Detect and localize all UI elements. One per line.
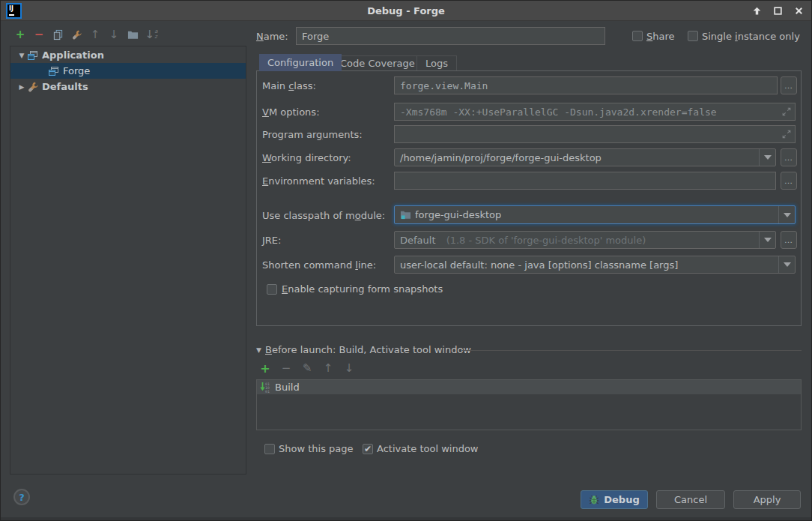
move-up-icon: ↑ <box>91 28 100 41</box>
before-launch-toolbar: + − ✎ ↑ ↓ <box>258 361 357 375</box>
debug-bug-icon <box>589 495 599 505</box>
remove-icon: − <box>282 361 291 375</box>
move-down-icon: ↓ <box>345 361 354 375</box>
apply-button[interactable]: Apply <box>733 490 801 509</box>
copy-configuration-button[interactable] <box>50 28 65 41</box>
activate-tool-window-label[interactable]: Activate tool window <box>377 443 478 454</box>
name-label: Name: <box>256 31 288 42</box>
share-checkbox[interactable] <box>632 31 643 41</box>
remove-configuration-button[interactable]: − <box>31 28 46 41</box>
move-up-button[interactable]: ↑ <box>88 28 103 41</box>
section-divider <box>462 350 802 351</box>
share-label[interactable]: Share <box>646 31 675 42</box>
edit-task-button[interactable]: ✎ <box>300 361 315 375</box>
add-icon: + <box>260 361 270 376</box>
name-input[interactable] <box>296 27 605 45</box>
debug-button[interactable]: Debug <box>581 490 648 509</box>
tree-item-forge[interactable]: Forge <box>10 63 246 79</box>
move-down-button[interactable]: ↓ <box>106 28 121 41</box>
intellij-logo-icon: IJ <box>6 3 22 19</box>
configuration-tab-panel <box>256 70 802 326</box>
copy-icon <box>52 29 64 40</box>
single-instance-label[interactable]: Single instance only <box>702 31 800 42</box>
sort-configurations-button[interactable]: ↓ az <box>144 28 159 41</box>
svg-text:01: 01 <box>265 390 270 394</box>
collapse-section-icon[interactable]: ▼ <box>256 346 261 354</box>
sort-az-icon: az <box>154 29 157 40</box>
move-up-icon: ↑ <box>324 361 333 375</box>
configurations-tree: ▼ Application Forge ▶ Defaults <box>10 46 246 475</box>
build-icon: 011001 <box>260 382 272 394</box>
create-folder-button[interactable] <box>125 28 140 41</box>
before-launch-header[interactable]: Before launch: Build, Activate tool wind… <box>265 344 471 355</box>
edit-templates-button[interactable] <box>69 28 84 41</box>
window-bottom-edge <box>1 517 811 520</box>
tree-item-application[interactable]: ▼ Application <box>10 47 246 63</box>
help-button[interactable]: ? <box>13 489 30 505</box>
activate-tool-window-checkbox[interactable]: ✔ <box>363 444 373 454</box>
maximize-window-button[interactable] <box>772 6 783 16</box>
show-this-page-label[interactable]: Show this page <box>279 443 354 454</box>
title-bar: Debug - Forge <box>1 1 811 21</box>
debug-configuration-dialog: Debug - Forge IJ + − ↑ ↓ ↓ az <box>0 0 812 521</box>
tab-code-coverage[interactable]: Code Coverage <box>331 55 424 71</box>
remove-task-button[interactable]: − <box>279 361 294 375</box>
tree-collapsed-icon[interactable]: ▶ <box>16 83 27 91</box>
window-title: Debug - Forge <box>1 1 811 21</box>
remove-icon: − <box>34 28 44 41</box>
add-icon: + <box>16 28 25 41</box>
add-configuration-button[interactable]: + <box>13 28 28 41</box>
move-task-down-button[interactable]: ↓ <box>342 361 357 375</box>
wrench-icon <box>71 29 82 40</box>
application-icon <box>48 65 60 77</box>
move-down-icon: ↓ <box>109 28 119 41</box>
pencil-icon: ✎ <box>303 361 312 375</box>
before-launch-task-list: 011001 Build <box>256 379 802 430</box>
rollup-window-button[interactable] <box>751 6 762 16</box>
sort-arrow-icon: ↓ <box>145 28 155 41</box>
tree-item-label: Forge <box>63 65 90 76</box>
show-this-page-checkbox[interactable] <box>264 444 275 454</box>
maximize-icon <box>773 6 783 16</box>
folder-icon <box>127 29 139 40</box>
task-row-build[interactable]: 011001 Build <box>257 380 801 394</box>
wrench-icon <box>27 81 39 93</box>
window-controls <box>751 1 804 21</box>
tab-logs[interactable]: Logs <box>416 55 457 71</box>
close-icon <box>794 6 804 16</box>
task-label: Build <box>275 382 300 393</box>
close-window-button[interactable] <box>793 6 804 16</box>
application-icon <box>27 49 39 61</box>
tree-expanded-icon[interactable]: ▼ <box>16 52 27 59</box>
tree-item-label: Application <box>42 49 104 61</box>
add-task-button[interactable]: + <box>258 361 273 375</box>
tree-item-label: Defaults <box>42 81 88 92</box>
single-instance-checkbox[interactable] <box>688 31 698 41</box>
rollup-icon <box>752 6 762 16</box>
help-icon: ? <box>19 492 25 503</box>
cancel-button[interactable]: Cancel <box>656 490 725 509</box>
move-task-up-button[interactable]: ↑ <box>321 361 336 375</box>
tab-configuration[interactable]: Configuration <box>259 54 342 71</box>
tree-item-defaults[interactable]: ▶ Defaults <box>10 79 246 94</box>
configurations-toolbar: + − ↑ ↓ ↓ az <box>13 28 159 41</box>
check-icon: ✔ <box>364 445 372 454</box>
